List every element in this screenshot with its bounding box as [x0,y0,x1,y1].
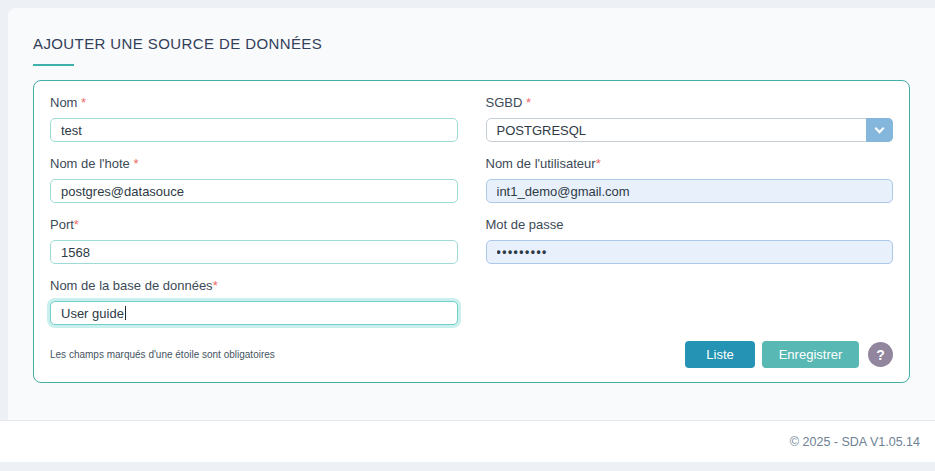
required-star: * [596,156,601,171]
base-de-donnees-label: Nom de la base de données* [50,279,458,293]
field-port: Port* [50,218,458,264]
copyright-text: © 2025 - SDA V1.05.14 [790,435,920,449]
required-star: * [526,95,531,110]
chevron-down-icon[interactable] [866,118,893,142]
field-hote: Nom de l'hote * [50,157,458,203]
liste-button[interactable]: Liste [685,341,755,368]
title-underline [33,64,74,66]
required-star: * [81,95,86,110]
enregistrer-button[interactable]: Enregistrer [762,341,859,368]
nom-input[interactable] [50,118,458,142]
required-fields-note: Les champs marqués d'une étoile sont obl… [50,349,275,360]
utilisateur-input[interactable] [486,179,894,203]
sgbd-select[interactable]: POSTGRESQL [486,118,894,142]
mot-de-passe-label: Mot de passe [486,218,894,232]
base-de-donnees-input[interactable]: User guide [50,301,458,325]
content-panel: AJOUTER UNE SOURCE DE DONNÉES Nom * Nom … [8,8,935,420]
sgbd-selected-value: POSTGRESQL [497,123,587,138]
field-utilisateur: Nom de l'utilisateur* [486,157,894,203]
field-base-de-donnees: Nom de la base de données* User guide [50,279,458,325]
utilisateur-label: Nom de l'utilisateur* [486,157,894,171]
hote-input[interactable] [50,179,458,203]
form-bottom-row: Les champs marqués d'une étoile sont obl… [50,341,893,368]
required-star: * [213,278,218,293]
field-nom: Nom * [50,96,458,142]
port-label: Port* [50,218,458,232]
footer-bar: © 2025 - SDA V1.05.14 [0,420,935,462]
form-right-column: SGBD * POSTGRESQL Nom de l'utilisateur* … [486,96,894,340]
required-star: * [133,156,138,171]
form-left-column: Nom * Nom de l'hote * Port* Nom de la ba… [50,96,458,340]
page-title: AJOUTER UNE SOURCE DE DONNÉES [33,35,935,52]
sgbd-label: SGBD * [486,96,894,110]
mot-de-passe-input[interactable] [486,240,894,264]
help-button[interactable]: ? [868,342,893,367]
required-star: * [74,217,79,232]
nom-label: Nom * [50,96,458,110]
hote-label: Nom de l'hote * [50,157,458,171]
field-mot-de-passe: Mot de passe [486,218,894,264]
port-input[interactable] [50,240,458,264]
form-actions: Liste Enregistrer ? [685,341,893,368]
field-sgbd: SGBD * POSTGRESQL [486,96,894,142]
text-caret [125,306,126,320]
datasource-form-card: Nom * Nom de l'hote * Port* Nom de la ba… [33,80,910,383]
